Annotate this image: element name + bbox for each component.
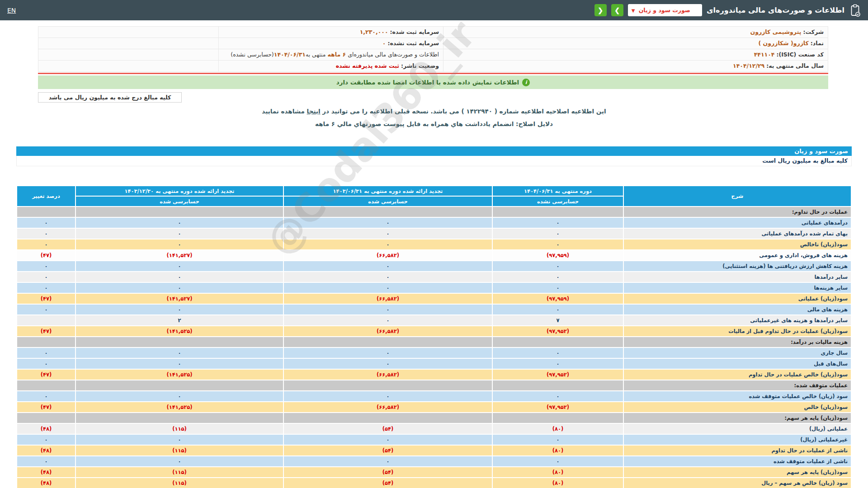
section-cell — [76, 380, 283, 390]
value-cell: ۰ — [76, 283, 283, 293]
value-cell: ۰ — [17, 261, 75, 271]
section-cell — [76, 413, 283, 423]
value-cell: (۵۴) — [284, 446, 492, 455]
value-cell: ۰ — [17, 218, 75, 228]
table-row: سود(زیان) ناخالص۰۰۰۰ — [17, 239, 851, 249]
row-label-cell: سود (زیان) خالص عملیات متوقف شده — [624, 391, 851, 401]
row-label-cell: سود(زیان) ناخالص — [624, 239, 851, 249]
table-row: سایر درآمدها۰۰۰۰ — [17, 272, 851, 282]
isic-row: کد صنعت (ISIC): ۴۴۱۱۰۴ — [443, 49, 828, 61]
value-cell: ۰ — [17, 272, 75, 282]
value-cell: ۰ — [76, 305, 283, 314]
unregistered-capital-row: سرمایه ثبت نشده: ۰ — [219, 38, 443, 49]
value-cell: (۴۷) — [17, 370, 75, 380]
value-cell: (۱۴۱,۵۲۷) — [76, 250, 283, 260]
value-cell: ۰ — [284, 239, 492, 249]
table-row: سال‌های قبل۰۰۰۰ — [17, 359, 851, 369]
section-cell — [493, 207, 623, 217]
value-cell: (۱۴۱,۵۲۵) — [76, 326, 283, 336]
fiscal-year-row: سال مالی منتهی به: ۱۴۰۴/۱۲/۲۹ — [443, 61, 828, 72]
publisher-status-label: وضعیت ناشر: — [401, 62, 439, 69]
previous-version-link[interactable]: اینجا — [307, 108, 321, 115]
row-label-cell: سود (زیان) خالص هر سهم – ریال — [624, 478, 851, 488]
company-label: شرکت: — [803, 28, 824, 35]
row-label-cell: درآمدهای عملیاتی — [624, 218, 851, 228]
signature-match-text: اطلاعات نمایش داده شده با اطلاعات امضا ش… — [336, 79, 519, 86]
value-cell: ۰ — [284, 391, 492, 401]
value-cell: (۵۴) — [284, 424, 492, 434]
section-row: هزینه مالیات بر درآمد: — [17, 337, 851, 347]
header-restated-yearend: تجدید ارائه شده دوره منتهی به ۱۴۰۳/۱۲/۳۰ — [76, 186, 283, 196]
value-cell: ۰ — [284, 348, 492, 358]
company-info-table: شرکت: پتروشیمی کازرون سرمایه ثبت شده: ۱,… — [38, 26, 828, 72]
value-cell: ۰ — [76, 435, 283, 445]
value-cell: (۱۱۵) — [76, 446, 283, 455]
pl-table-body: عملیات در حال تداوم:درآمدهای عملیاتی۰۰۰۰… — [17, 207, 851, 488]
unregistered-capital-label: سرمایه ثبت نشده: — [387, 40, 439, 47]
value-cell: ۰ — [284, 456, 492, 466]
value-cell: ۰ — [76, 348, 283, 358]
section-cell — [17, 413, 75, 423]
next-statement-button[interactable]: ❯ — [611, 4, 623, 16]
value-cell: ۰ — [493, 283, 623, 293]
value-cell: ۰ — [17, 359, 75, 369]
table-row: ناشی از عملیات متوقف شده۰۰۰۰ — [17, 456, 851, 466]
section-cell — [493, 413, 623, 423]
table-row: هزینه های مالی۰۰۰۰ — [17, 305, 851, 314]
section-cell — [17, 337, 75, 347]
amounts-note-box: کلیه مبالغ درج شده به میلیون ریال می باش… — [38, 92, 182, 103]
value-cell: ۰ — [17, 229, 75, 239]
header-percent-change: درصد تغییر — [17, 186, 75, 206]
row-label-cell: غیرعملیاتی (ریال) — [624, 435, 851, 445]
row-label-cell: ناشی از عملیات در حال تداوم — [624, 446, 851, 455]
row-label-cell: سود(زیان) پایه هر سهم — [624, 467, 851, 477]
section-label-cell: عملیات در حال تداوم: — [624, 207, 851, 217]
unregistered-capital-value: ۰ — [382, 40, 386, 47]
header-audited: حسابرسی شده — [284, 197, 492, 206]
value-cell: ۰ — [17, 435, 75, 445]
value-cell: ۰ — [493, 218, 623, 228]
value-cell: (۱۱۵) — [76, 467, 283, 477]
value-cell: ۰ — [17, 239, 75, 249]
table-row: هزینه کاهش ارزش دریافتنی ها (هزینه استثن… — [17, 261, 851, 271]
section-cell — [284, 207, 492, 217]
value-cell: (۸۰) — [493, 478, 623, 488]
publisher-status-row: وضعیت ناشر: ثبت شده پذیرفته نشده — [219, 61, 443, 72]
value-cell: (۴۸) — [17, 446, 75, 455]
symbol-value: کازرو( شکازرون ) — [758, 40, 808, 47]
table-row: سود(زیان) خالص(۹۷,۹۵۲)(۶۶,۵۸۲)(۱۴۱,۵۲۵)(… — [17, 402, 851, 412]
value-cell: ۲ — [76, 315, 283, 325]
row-label-cell: سود(زیان) خالص عملیات در حال تداوم — [624, 370, 851, 380]
table-row: سود(زیان) عملیاتی(۹۷,۹۵۹)(۶۶,۵۸۲)(۱۴۱,۵۲… — [17, 294, 851, 304]
value-cell: (۵۴) — [284, 478, 492, 488]
registered-capital-label: سرمایه ثبت شده: — [390, 28, 439, 35]
value-cell: ۰ — [17, 305, 75, 314]
amendment-text-before: این اطلاعیه اصلاحیه اطلاعیه شماره ( ۱۴۲۲… — [321, 108, 606, 115]
header-restated-midyear: تجدید ارائه شده دوره منتهی به ۱۴۰۳/۰۶/۳۱ — [284, 186, 492, 196]
top-bar-right-group: اطلاعات و صورت‌های مالی میاندوره‌ای صورت… — [594, 4, 861, 17]
period-middle: منتهی به — [306, 51, 328, 58]
value-cell: ۰ — [76, 218, 283, 228]
amendment-text-after: مشاهده نمایید — [262, 108, 307, 115]
statement-type-dropdown[interactable]: صورت سود و زیان ▼ — [628, 4, 702, 16]
row-label-cell: سود(زیان) عملیات در حال تداوم قبل از مال… — [624, 326, 851, 336]
row-label-cell: سود(زیان) خالص — [624, 402, 851, 412]
value-cell: (۹۷,۹۵۲) — [493, 326, 623, 336]
value-cell: (۶۶,۵۸۲) — [284, 370, 492, 380]
value-cell: ۰ — [284, 261, 492, 271]
table-row: سود(زیان) خالص عملیات در حال تداوم(۹۷,۹۵… — [17, 370, 851, 380]
amounts-note-row: کلیه مبالغ درج شده به میلیون ریال می باش… — [38, 92, 828, 103]
value-cell: ۰ — [493, 239, 623, 249]
row-label-cell: سود(زیان) عملیاتی — [624, 294, 851, 304]
value-cell: ۰ — [76, 391, 283, 401]
value-cell: ۰ — [17, 283, 75, 293]
value-cell: ۰ — [284, 359, 492, 369]
value-cell: (۴۷) — [17, 250, 75, 260]
table-row: سود (زیان) خالص هر سهم – ریال(۸۰)(۵۴)(۱۱… — [17, 478, 851, 488]
prev-statement-button[interactable]: ❮ — [594, 4, 607, 16]
language-toggle-en[interactable]: EN — [7, 7, 16, 14]
info-empty-cell — [38, 27, 219, 38]
statement-section: صورت سود و زیان کلیه مبالغ به میلیون ریا… — [16, 146, 852, 488]
value-cell: ۰ — [17, 348, 75, 358]
value-cell: (۴۸) — [17, 478, 75, 488]
